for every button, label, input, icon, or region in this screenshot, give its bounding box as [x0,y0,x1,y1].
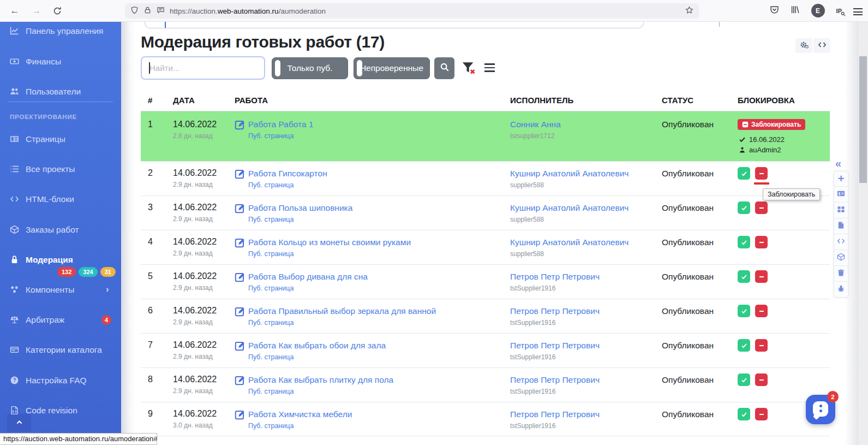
work-link[interactable]: Работа Химчистка мебели [248,410,352,419]
work-link[interactable]: Работа Как выбрать обои для зала [248,341,386,351]
sidebar-item-pages[interactable]: Страницы [10,134,65,144]
scrollbar-thumb[interactable] [859,56,867,183]
rail-button-grid[interactable] [834,203,848,218]
edit-icon[interactable] [235,410,245,422]
edit-icon[interactable] [235,120,245,132]
sidebar-item-components[interactable]: Компоненты [10,285,74,295]
rail-button-id-card[interactable] [834,187,848,203]
block-button[interactable] [755,339,768,352]
approve-button[interactable] [738,408,750,420]
clear-filter-button[interactable] [461,60,477,76]
executor-link[interactable]: Петров Петр Петрович [510,341,600,351]
rail-button-bug[interactable] [834,282,848,298]
block-button[interactable] [755,305,768,317]
code-view-button[interactable] [813,38,830,53]
sidebar-item-question[interactable]: ?Настройка FAQ [10,376,87,385]
settings-button[interactable] [795,38,812,53]
ip-extension-icon[interactable]: IP [836,8,842,14]
sidebar-item-code[interactable]: HTML-блоки [10,194,74,204]
edit-icon[interactable] [235,306,245,319]
work-link[interactable]: Работа Правильный выбор зеркала для ванн… [248,306,436,316]
work-link[interactable]: Работа Выбор дивана для сна [248,272,368,282]
executor-link[interactable]: Кушнир Анатолий Анатолевич [510,203,628,213]
search-input[interactable] [141,56,265,80]
rail-button-box[interactable] [834,250,848,266]
executor-link[interactable]: Петров Петр Петрович [510,306,600,316]
scroll-top-button[interactable] [7,414,31,432]
work-link[interactable]: Работа Польза шиповника [248,203,352,213]
pub-page-link[interactable]: Пуб. страница [248,216,294,223]
rail-button-file[interactable] [834,218,848,234]
executor-link[interactable]: Петров Петр Петрович [510,410,600,419]
page-scrollbar[interactable] [858,22,868,445]
chat-button[interactable]: 2 [806,395,835,424]
sidebar-item-users[interactable]: Пользователи [10,87,81,97]
bookmark-star-icon[interactable] [685,6,693,16]
sidebar-item-lock[interactable]: Модерация [10,255,73,265]
pub-page-link[interactable]: Пуб. страница [248,284,294,292]
approve-button[interactable] [738,201,750,214]
sidebar-item-scales[interactable]: Арбитраж [10,315,64,325]
work-link[interactable]: Работа Как выбрать плитку для пола [248,375,393,385]
pub-page-link[interactable]: Пуб. страница [248,422,294,430]
edit-icon[interactable] [235,238,245,250]
search-button[interactable] [434,57,454,79]
pub-page-link[interactable]: Пуб. страница [248,319,294,327]
executor-link[interactable]: Кушнир Анатолий Анатолевич [510,169,628,179]
library-icon[interactable] [791,5,800,16]
block-button[interactable]: Заблокировать [738,119,805,130]
rail-button-trash[interactable] [834,266,848,282]
rail-button-plus[interactable]: + [834,171,848,187]
pub-page-link[interactable]: Пуб. страница [248,181,294,189]
table-row: 814.06.20222.9 дн. назадРабота Как выбра… [141,367,830,402]
address-bar[interactable]: https://auction.web-automation.ru/aumode… [125,3,699,19]
toggle-unverified[interactable]: Непроверенные [354,57,430,79]
block-button[interactable] [755,201,768,214]
list-options-button[interactable] [484,63,495,72]
edit-icon[interactable] [235,272,245,284]
approve-button[interactable] [738,339,750,352]
executor-link[interactable]: Сонник Анна [510,120,561,129]
executor-link[interactable]: Петров Петр Петрович [510,272,600,282]
toggle-published-only[interactable]: Только пуб. [272,57,348,79]
pocket-icon[interactable] [770,5,779,16]
sidebar-item-list[interactable]: Все проекты [10,164,75,174]
pub-page-link[interactable]: Пуб. страница [248,132,294,140]
pub-page-link[interactable]: Пуб. страница [248,353,294,361]
block-button[interactable] [755,236,768,248]
block-button[interactable] [755,408,768,420]
sidebar-item-box[interactable]: Заказы работ [10,225,79,235]
work-link[interactable]: Работа Гипсокартон [248,169,327,179]
block-button[interactable] [755,373,768,386]
approve-button[interactable] [738,236,750,248]
back-icon[interactable]: ← [8,4,22,17]
edit-icon[interactable] [235,203,245,216]
approve-button[interactable] [738,305,750,317]
approve-button[interactable] [738,270,750,283]
collapse-rail-icon[interactable]: « [835,157,841,170]
reload-icon[interactable] [50,4,64,17]
sidebar-item-chart-line[interactable]: Панель управления [10,26,103,36]
block-button[interactable] [755,270,768,283]
edit-icon[interactable] [235,341,245,353]
pub-page-link[interactable]: Пуб. страница [248,250,294,258]
pub-page-link[interactable]: Пуб. страница [248,388,294,395]
edit-icon[interactable] [235,169,245,181]
account-avatar[interactable]: E [811,4,825,17]
executor-link[interactable]: Петров Петр Петрович [510,375,600,385]
forward-icon[interactable]: → [29,4,44,17]
sidebar-item-file-code[interactable]: Code revision [10,406,77,416]
edit-icon[interactable] [235,375,245,388]
sidebar-item-card[interactable]: Категории каталога [10,345,102,355]
permissions-icon[interactable] [157,6,165,16]
approve-button[interactable] [738,167,750,180]
menu-icon[interactable] [853,6,863,15]
work-link[interactable]: Работа Работа 1 [248,120,314,129]
block-button[interactable] [755,167,768,180]
sidebar-item-money[interactable]: Финансы [10,57,61,67]
work-link[interactable]: Работа Кольцо из монеты своими руками [248,238,411,247]
executor-link[interactable]: Кушнир Анатолий Анатолевич [510,238,628,247]
approve-button[interactable] [738,373,750,386]
rail-button-code[interactable] [834,234,848,250]
partial-top-input[interactable] [145,22,644,28]
